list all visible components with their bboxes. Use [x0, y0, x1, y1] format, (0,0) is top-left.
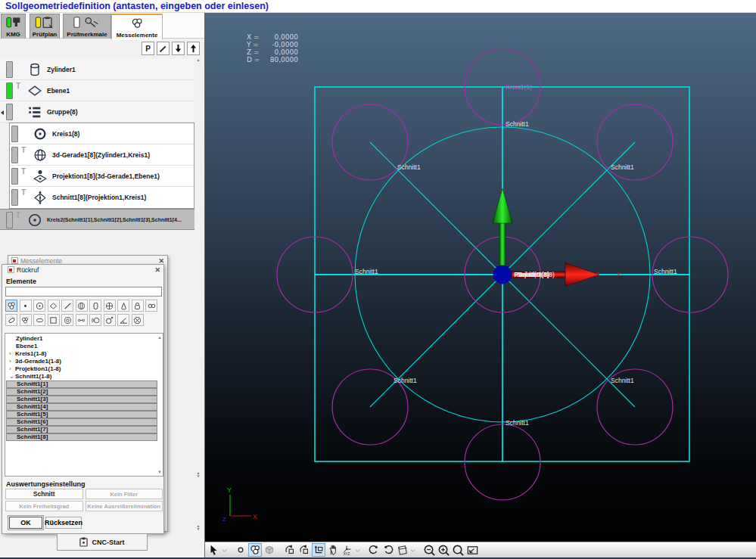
circle-diag-icon[interactable]: [132, 314, 144, 326]
cluster2-icon[interactable]: [20, 314, 32, 326]
list-item-selected[interactable]: Schnitt1[8]: [6, 433, 157, 441]
tab-kmg[interactable]: KMG: [1, 14, 26, 39]
kmg-icon: [6, 14, 21, 31]
collapse-arrow-icon[interactable]: [1, 110, 4, 115]
list-item-selected[interactable]: Schnitt1[6]: [6, 418, 157, 426]
freiheitsgrad-button[interactable]: Kein Freiheitsgrad: [5, 501, 83, 511]
cnc-start-button[interactable]: CNC-Start: [57, 533, 148, 551]
ok-button[interactable]: OK: [9, 517, 42, 529]
double-circle-icon[interactable]: [145, 300, 157, 312]
sphere-icon[interactable]: [76, 300, 88, 312]
3d-scene[interactable]: Schnitt1 Schnitt1 Schnitt1 Schnitt1 Schn…: [205, 13, 756, 542]
element-select-icon[interactable]: [248, 543, 262, 557]
pan-hand-icon[interactable]: [326, 543, 340, 557]
list-item[interactable]: Ebene1: [5, 343, 163, 350]
element-filter-input[interactable]: [5, 287, 162, 297]
xyz-axes-icon[interactable]: XYZ: [341, 543, 354, 557]
zoom-out-icon[interactable]: [422, 543, 436, 557]
rotate-view-icon[interactable]: [283, 543, 297, 557]
plane-icon[interactable]: [48, 300, 60, 312]
list-item[interactable]: ›3d-Gerade1(1-8): [5, 358, 163, 365]
cursor-dropdown-icon[interactable]: [222, 543, 227, 557]
tree-row-projektion1[interactable]: T Projektion1[8](3d-Gerade1,Ebene1): [10, 166, 194, 187]
cube-icon[interactable]: [263, 543, 276, 557]
cylinder-icon[interactable]: [89, 300, 101, 312]
p-button[interactable]: P: [142, 42, 154, 55]
list-scroll-up-icon[interactable]: ▲: [157, 335, 162, 340]
list-item-selected[interactable]: Schnitt1[4]: [6, 403, 157, 411]
reset-button[interactable]: Rücksetzen: [45, 517, 82, 529]
status-bar[interactable]: [11, 189, 18, 206]
move-up-button[interactable]: [187, 42, 200, 55]
tree-row-3dgerade1[interactable]: T 3d-Gerade1[8](Zylinder1,Kreis1): [10, 144, 194, 166]
square-icon[interactable]: [48, 314, 60, 326]
scroll-up-icon[interactable]: ▲: [194, 58, 202, 61]
ausreisser-button[interactable]: Keine Ausreißerelimination: [86, 501, 163, 511]
zoom-window-icon[interactable]: [451, 543, 465, 557]
rings-icon[interactable]: [61, 314, 73, 326]
tree-row-kreis2[interactable]: T Kreis2(Schnitt1[1],Schnitt1[2],Schnitt…: [0, 209, 194, 230]
point-select-icon[interactable]: [234, 543, 247, 557]
status-bar[interactable]: [11, 126, 18, 142]
circle-dot-icon[interactable]: [33, 300, 45, 312]
status-bar[interactable]: [6, 212, 13, 228]
select-cursor-icon[interactable]: [207, 543, 221, 557]
angle-icon[interactable]: [117, 314, 129, 326]
rotate-view2-icon[interactable]: [297, 543, 311, 557]
list-item[interactable]: Zylinder1: [5, 335, 163, 343]
close-icon[interactable]: ✕: [154, 266, 160, 274]
vane-icon[interactable]: [89, 314, 101, 326]
status-bar[interactable]: [6, 82, 13, 99]
list-item-selected[interactable]: Schnitt1[1]: [6, 380, 157, 388]
scroll-arrows2-icon[interactable]: ▲▼: [194, 524, 202, 530]
view-box-icon[interactable]: [396, 543, 409, 557]
svg-text:Schnitt1: Schnitt1: [506, 419, 529, 427]
ball-cap-icon[interactable]: [132, 300, 144, 312]
filter-button[interactable]: Kein Filter: [86, 489, 163, 499]
list-item-selected[interactable]: Schnitt1[5]: [6, 411, 157, 418]
tree-row-gruppe[interactable]: Gruppe(8): [0, 101, 194, 123]
xyz-dropdown-icon[interactable]: [355, 543, 360, 557]
list-item[interactable]: ›Kreis1(1-8): [5, 350, 163, 358]
list-item[interactable]: ›Projektion1(1-8): [5, 365, 163, 373]
tab-pruefplan[interactable]: Prüfplan: [30, 14, 60, 39]
svg-text:Schnitt1: Schnitt1: [355, 268, 378, 275]
list-item[interactable]: ⌄Schnitt1(1-8): [5, 373, 163, 380]
tree-row-kreis1[interactable]: Kreis1(8): [10, 123, 194, 144]
point-icon[interactable]: [20, 300, 32, 312]
zoom-in-icon[interactable]: [437, 543, 450, 557]
close-icon[interactable]: ✕: [158, 257, 164, 265]
rotate-cw-icon[interactable]: [367, 543, 381, 557]
edit-button[interactable]: [157, 42, 170, 55]
list-item-selected[interactable]: Schnitt1[7]: [6, 426, 157, 433]
list-item-selected[interactable]: Schnitt1[2]: [6, 388, 157, 396]
status-bar[interactable]: [6, 61, 13, 78]
ellipse-slant-icon[interactable]: [5, 314, 17, 326]
tree-row-zylinder1[interactable]: Zylinder1: [0, 59, 194, 80]
viewbox-dropdown-icon[interactable]: [410, 543, 415, 557]
tree-row-ebene1[interactable]: T Ebene1: [0, 80, 194, 101]
move-down-button[interactable]: [172, 42, 185, 55]
tree-row-schnitt1[interactable]: T Schnitt1[8](Projektion1,Kreis1): [10, 187, 194, 208]
rueckruf-titlebar[interactable]: Rückruf ✕: [2, 265, 163, 275]
tab-pruefmerkmale[interactable]: Prüfmerkmale: [63, 14, 111, 39]
list-item-selected[interactable]: Schnitt1[3]: [6, 396, 157, 403]
cluster-icon[interactable]: [5, 300, 17, 312]
list-scroll-down-icon[interactable]: ▼: [157, 470, 162, 474]
ellipse-icon[interactable]: [33, 314, 45, 326]
rotate-ccw-icon[interactable]: [381, 543, 395, 557]
scroll-arrows-icon[interactable]: ▲▼: [194, 471, 202, 477]
status-bar[interactable]: [11, 147, 18, 163]
schnitt-button[interactable]: Schnitt: [5, 489, 83, 499]
tab-messelemente[interactable]: Messelemente: [111, 14, 163, 40]
circle-cross-icon[interactable]: [104, 300, 116, 312]
zoom-fit-icon[interactable]: [465, 543, 479, 557]
status-bar[interactable]: [11, 168, 18, 185]
tangent-icon[interactable]: [104, 314, 116, 326]
line-icon[interactable]: [61, 300, 73, 312]
cone-icon[interactable]: [117, 300, 129, 312]
status-bar[interactable]: [6, 104, 13, 120]
slot-icon[interactable]: [76, 314, 88, 326]
line3d-icon: [33, 148, 48, 163]
pan-zoom-icon[interactable]: [312, 543, 325, 557]
